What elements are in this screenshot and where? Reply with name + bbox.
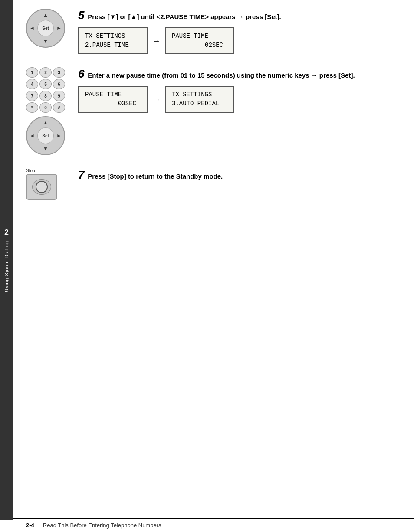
- step5-lcd-right-line1: PAUSE TIME: [172, 32, 227, 41]
- step6-lcd-row: PAUSE TIME 03SEC → TX SETTINGS 3.AUTO RE…: [78, 86, 401, 113]
- footer: 2-4 Read This Before Entering Telephone …: [13, 518, 414, 532]
- step5-lcd-left: TX SETTINGS 2.PAUSE TIME: [78, 27, 148, 54]
- step6-icon: 123456789*0# ▲ ▼ ◄ ► Set: [22, 67, 69, 155]
- step5-icon: ▲ ▼ ◄ ► Set: [22, 9, 69, 48]
- step7-header: 7 Press [Stop] to return to the Standby …: [78, 168, 401, 182]
- stop-label: Stop: [26, 168, 35, 173]
- step5-lcd-right-line2: 02SEC: [172, 41, 227, 50]
- numpad-key-9[interactable]: 9: [53, 91, 65, 101]
- nav-wheel-step6: ▲ ▼ ◄ ► Set: [26, 116, 65, 155]
- step5-arrow: →: [152, 36, 161, 46]
- step6-text: Enter a new pause time (from 01 to 15 se…: [88, 72, 355, 79]
- numpad-key-5[interactable]: 5: [39, 79, 52, 89]
- step7-text: Press [Stop] to return to the Standby mo…: [88, 173, 223, 180]
- step7-content: 7 Press [Stop] to return to the Standby …: [78, 168, 401, 187]
- nav-arrow-up: ▲: [43, 12, 48, 18]
- set-button-step5[interactable]: Set: [37, 20, 54, 36]
- sidebar-label: Using Speed Dialing: [4, 241, 9, 292]
- stop-key[interactable]: [26, 174, 57, 200]
- stop-key-inner: [32, 179, 51, 195]
- nav-wheel-outer-step6: ▲ ▼ ◄ ► Set: [26, 116, 65, 155]
- numpad-key-7[interactable]: 7: [26, 91, 38, 101]
- numpad-key-6[interactable]: 6: [53, 79, 65, 89]
- numpad-key-3[interactable]: 3: [53, 67, 65, 78]
- set-button-step6[interactable]: Set: [37, 127, 54, 144]
- numpad: 123456789*0#: [26, 67, 65, 113]
- footer-page: 2-4: [26, 522, 34, 529]
- nav-wheel-step5: ▲ ▼ ◄ ► Set: [26, 9, 65, 48]
- nav-arrow-left: ◄: [30, 25, 35, 31]
- nav-wheel-outer: ▲ ▼ ◄ ► Set: [26, 9, 65, 48]
- numpad-key-#[interactable]: #: [53, 102, 65, 113]
- sidebar-number: 2: [4, 228, 9, 237]
- numpad-key-2[interactable]: 2: [39, 67, 52, 78]
- step5-lcd-left-line1: TX SETTINGS: [85, 32, 141, 41]
- numpad-key-4[interactable]: 4: [26, 79, 38, 89]
- step6-lcd-left: PAUSE TIME 03SEC: [78, 86, 148, 113]
- step5-lcd-left-line2: 2.PAUSE TIME: [85, 41, 141, 50]
- step6-lcd-right-line2: 3.AUTO REDIAL: [172, 99, 227, 108]
- sidebar: 2 Using Speed Dialing: [0, 0, 13, 520]
- nav-arrow-down: ▼: [43, 38, 48, 44]
- nav-arrow-up-step6: ▲: [43, 120, 48, 126]
- numpad-key-8[interactable]: 8: [39, 91, 52, 101]
- step6-section: 123456789*0# ▲ ▼ ◄ ► Set 6 Enter a new p…: [22, 67, 401, 155]
- step5-section: ▲ ▼ ◄ ► Set 5 Press [▼] or [▲] until <2.…: [22, 9, 401, 54]
- step6-header: 6 Enter a new pause time (from 01 to 15 …: [78, 67, 401, 81]
- step5-text: Press [▼] or [▲] until <2.PAUSE TIME> ap…: [88, 13, 281, 20]
- numpad-key-1[interactable]: 1: [26, 67, 38, 78]
- step6-lcd-right-line1: TX SETTINGS: [172, 90, 227, 99]
- step6-number: 6: [78, 67, 84, 80]
- step5-lcd-row: TX SETTINGS 2.PAUSE TIME → PAUSE TIME 02…: [78, 27, 401, 54]
- nav-arrow-down-step6: ▼: [43, 146, 48, 152]
- step5-number: 5: [78, 9, 84, 22]
- step6-lcd-left-line2: 03SEC: [85, 99, 141, 108]
- step6-arrow: →: [152, 95, 161, 104]
- step6-lcd-right: TX SETTINGS 3.AUTO REDIAL: [165, 86, 234, 113]
- step7-section: Stop 7 Press [Stop] to return to the Sta…: [22, 168, 401, 203]
- numpad-key-0[interactable]: 0: [39, 102, 52, 113]
- step7-icon: Stop: [22, 168, 69, 203]
- footer-text: Read This Before Entering Telephone Numb…: [43, 522, 161, 529]
- step6-content: 6 Enter a new pause time (from 01 to 15 …: [78, 67, 401, 113]
- nav-arrow-right: ►: [56, 25, 62, 31]
- stop-button-wrap: Stop: [26, 168, 65, 203]
- step6-lcd-left-line1: PAUSE TIME: [85, 90, 141, 99]
- main-content: ▲ ▼ ◄ ► Set 5 Press [▼] or [▲] until <2.…: [13, 0, 414, 225]
- stop-icon-circle: [36, 181, 48, 193]
- step5-lcd-right: PAUSE TIME 02SEC: [165, 27, 234, 54]
- numpad-key-*[interactable]: *: [26, 102, 38, 113]
- step5-header: 5 Press [▼] or [▲] until <2.PAUSE TIME> …: [78, 9, 401, 22]
- step5-content: 5 Press [▼] or [▲] until <2.PAUSE TIME> …: [78, 9, 401, 54]
- nav-arrow-left-step6: ◄: [30, 133, 35, 139]
- nav-arrow-right-step6: ►: [56, 133, 62, 139]
- step7-number: 7: [78, 168, 84, 181]
